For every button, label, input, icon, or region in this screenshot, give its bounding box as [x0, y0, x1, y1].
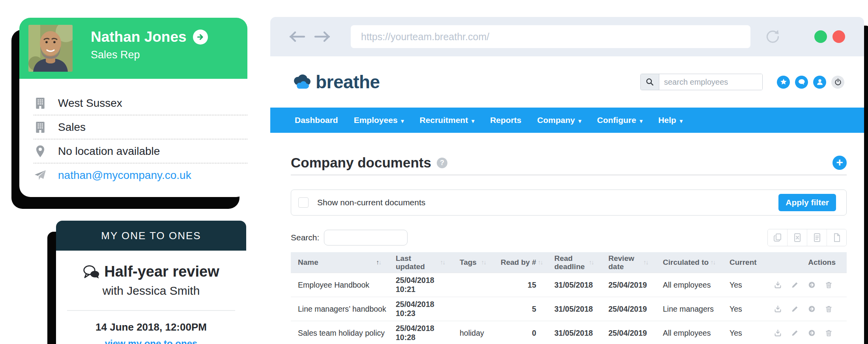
employee-profile-card: Nathan Jones Sales Rep	[19, 18, 247, 197]
nav-item-employees[interactable]: Employees ▾	[354, 115, 404, 125]
nav-item-recruitment[interactable]: Recruitment ▾	[420, 115, 475, 125]
column-header-current: Current	[722, 252, 767, 273]
table-row[interactable]: Employee Handbook 25/04/2018 10:21 15 31…	[291, 273, 847, 297]
edit-icon[interactable]	[791, 304, 799, 314]
page-content: Company documents ? + Show non-current d…	[270, 155, 864, 344]
sort-icon[interactable]: ↑↓	[589, 259, 593, 266]
search-icon[interactable]	[641, 74, 659, 90]
delete-icon[interactable]	[825, 304, 832, 314]
profile-role: Sales Rep	[91, 49, 208, 61]
sort-icon[interactable]: ↑↓	[643, 259, 648, 266]
cell-current: Yes	[722, 321, 767, 344]
table-row[interactable]: Line managers’ handbook 25/04/2018 10:23…	[291, 297, 847, 321]
cell-read-by: 5	[494, 297, 547, 321]
main-navigation: Dashboard Employees ▾ Recruitment ▾ Repo…	[270, 108, 864, 133]
cell-read-deadline: 31/05/2018	[547, 297, 601, 321]
nav-item-configure[interactable]: Configure ▾	[597, 115, 642, 125]
nav-item-company[interactable]: Company ▾	[537, 115, 582, 125]
column-header-read-deadline[interactable]: Read deadline ↑↓	[547, 252, 601, 273]
profile-detail-list: West Sussex Sales	[19, 79, 247, 187]
column-header-review-date[interactable]: Review date ↑↓	[601, 252, 656, 273]
sort-icon[interactable]: ↑↓	[710, 259, 715, 266]
table-row[interactable]: Sales team holiday policy 25/04/2018 10:…	[291, 321, 847, 344]
profile-email-link[interactable]: nathan@mycompany.co.uk	[58, 169, 191, 182]
open-icon[interactable]	[808, 328, 816, 338]
cell-read-by: 0	[494, 321, 547, 344]
refresh-icon	[764, 28, 781, 45]
browser-chrome-bar: https://yourteam.breathr.com/	[270, 17, 864, 56]
edit-icon[interactable]	[791, 280, 799, 290]
column-header-read-by[interactable]: Read by # ↑↓	[494, 252, 547, 273]
one-to-one-title: Half-year review	[104, 263, 219, 280]
cell-circulated-to: Line managers	[656, 297, 722, 321]
open-icon[interactable]	[808, 280, 816, 290]
filter-panel: Show non-current documents Apply filter	[291, 190, 847, 216]
one-to-one-title-row: Half-year review	[56, 263, 246, 280]
cell-name: Line managers’ handbook	[291, 297, 389, 321]
apply-filter-button[interactable]: Apply filter	[778, 194, 836, 211]
column-header-name[interactable]: Name ↑↓	[291, 252, 389, 273]
marketing-composite: Nathan Jones Sales Rep	[0, 0, 868, 344]
browser-back-button[interactable]	[288, 30, 306, 43]
help-question-icon[interactable]: ?	[437, 158, 447, 168]
caret-down-icon: ▾	[578, 118, 581, 124]
profile-department: Sales	[58, 121, 86, 134]
text-doc-icon[interactable]	[807, 229, 827, 246]
sort-icon[interactable]: ↑↓	[481, 259, 486, 266]
sort-icon[interactable]: ↑↓	[538, 259, 542, 266]
arrow-left-icon	[288, 30, 306, 43]
delete-icon[interactable]	[825, 280, 832, 290]
sort-icon[interactable]: ↑↓	[440, 259, 445, 266]
caret-down-icon: ▾	[401, 118, 404, 124]
column-header-last-updated[interactable]: Last updated ↑↓	[389, 252, 453, 273]
star-icon[interactable]	[777, 76, 790, 89]
caret-down-icon: ▾	[640, 118, 642, 124]
sort-icon[interactable]: ↑↓	[376, 259, 381, 266]
delete-icon[interactable]	[825, 328, 832, 338]
table-header-row: Name ↑↓ Last updated ↑↓ Tags ↑↓	[291, 252, 847, 273]
download-icon[interactable]	[774, 304, 782, 314]
window-close-dot[interactable]	[832, 30, 845, 43]
building-icon	[34, 121, 47, 133]
profile-location: West Sussex	[58, 97, 122, 110]
browser-forward-button[interactable]	[314, 30, 332, 43]
pdf-icon[interactable]	[827, 229, 846, 246]
building-icon	[34, 97, 47, 109]
column-header-actions: Actions	[767, 252, 847, 273]
cell-review-date: 25/04/2019	[601, 321, 656, 344]
profile-identity: Nathan Jones Sales Rep	[91, 29, 208, 79]
window-minimize-dot[interactable]	[814, 30, 827, 43]
nav-item-help[interactable]: Help ▾	[658, 115, 683, 125]
cell-actions	[767, 321, 847, 344]
column-header-tags[interactable]: Tags ↑↓	[453, 252, 494, 273]
power-icon[interactable]	[831, 76, 844, 89]
column-header-circulated-to[interactable]: Circulated to ↑↓	[656, 252, 722, 273]
profile-card-header: Nathan Jones Sales Rep	[19, 18, 247, 79]
view-one-to-ones-link[interactable]: view my one to ones	[56, 338, 246, 344]
open-icon[interactable]	[808, 304, 816, 314]
cell-read-by: 15	[494, 273, 547, 297]
speech-bubbles-icon	[83, 264, 100, 279]
cell-tags	[453, 297, 494, 321]
employee-search-input[interactable]	[659, 74, 762, 90]
nav-item-reports[interactable]: Reports	[490, 115, 521, 125]
copy-icon[interactable]	[768, 229, 787, 246]
chat-icon[interactable]	[795, 76, 808, 89]
refresh-button[interactable]	[764, 28, 781, 45]
arrow-right-icon	[196, 32, 205, 42]
show-non-current-checkbox[interactable]	[298, 197, 309, 208]
cell-name: Sales team holiday policy	[291, 321, 389, 344]
download-icon[interactable]	[774, 328, 782, 338]
excel-icon[interactable]	[787, 229, 807, 246]
browser-window: https://yourteam.breathr.com/	[270, 17, 864, 344]
user-icon[interactable]	[813, 76, 826, 89]
nav-item-dashboard[interactable]: Dashboard	[295, 115, 338, 125]
address-bar[interactable]: https://yourteam.breathr.com/	[351, 25, 750, 48]
download-icon[interactable]	[774, 280, 782, 290]
profile-open-arrow-icon[interactable]	[193, 30, 208, 45]
filter-label: Show non-current documents	[317, 198, 425, 207]
one-to-one-subtitle: with Jessica Smith	[56, 284, 246, 298]
add-document-button[interactable]: +	[832, 156, 847, 170]
table-search-input[interactable]	[324, 230, 408, 245]
edit-icon[interactable]	[791, 328, 799, 338]
